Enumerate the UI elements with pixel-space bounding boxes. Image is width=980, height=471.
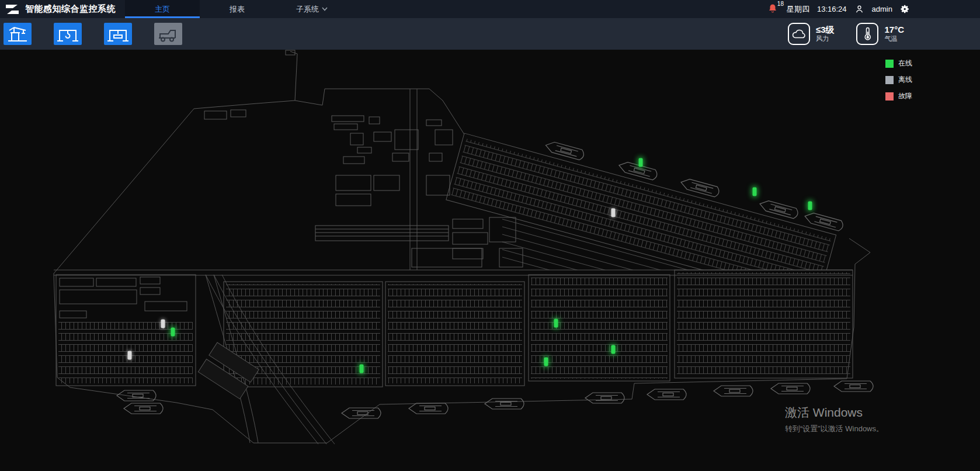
device-marker-layer [0,0,980,471]
thermometer-icon [862,26,873,41]
container-truck-icon [157,25,180,43]
device-marker-online[interactable] [554,319,558,328]
tab-reports[interactable]: 报表 [200,0,274,18]
equipment-filter-buttons [0,23,182,45]
weekday-label: 星期四 [787,4,809,15]
tab-home[interactable]: 主页 [125,0,200,18]
device-marker-offline[interactable] [128,351,132,360]
legend-label-fault: 故障 [898,91,912,101]
temperature-value: 17°C [884,25,904,35]
equipment-toolbar: ≤3级 风力 17°C 气温 [0,18,980,50]
watermark-line2: 转到“设置”以激活 Windows。 [785,424,884,434]
temperature-button[interactable] [856,23,878,45]
user-icon [854,4,864,14]
chevron-down-icon [322,7,328,11]
gantry-crane-spreader-icon [106,25,130,43]
device-marker-online[interactable] [171,328,175,337]
cloud-icon [791,27,807,40]
bell-icon [767,4,778,14]
tab-subsystems-label: 子系统 [296,4,319,15]
windows-activation-watermark: 激活 Windows 转到“设置”以激活 Windows。 [785,404,884,434]
tab-subsystems[interactable]: 子系统 [274,0,349,18]
top-nav-bar: 智能感知综合监控系统 主页 报表 子系统 18 [0,0,980,18]
temperature-label: 气温 [884,35,904,43]
container-truck-filter-button[interactable] [154,23,182,45]
legend-swatch-fault [885,92,894,101]
legend-item-offline: 离线 [885,75,912,85]
brand: 智能感知综合监控系统 [0,3,116,16]
notification-count: 18 [777,1,784,7]
username[interactable]: admin [872,5,892,13]
device-marker-online[interactable] [611,345,616,354]
status-legend: 在线 离线 故障 [885,58,912,101]
device-marker-online[interactable] [544,358,548,366]
device-marker-online[interactable] [639,158,643,167]
weather-widget: ≤3级 风力 17°C 气温 [788,23,980,45]
legend-item-fault: 故障 [885,91,912,101]
device-marker-online[interactable] [360,365,364,373]
clock: 13:16:24 [817,5,847,13]
temperature-readout: 17°C 气温 [884,25,904,43]
legend-label-offline: 离线 [898,75,912,85]
legend-swatch-online [885,60,894,68]
screen: 在线 离线 故障 激活 Windows 转到“设置”以激活 Windows。 智… [0,0,980,471]
legend-item-online: 在线 [885,58,912,68]
topbar-right: 18 星期四 13:16:24 admin [767,4,980,15]
quay-crane-filter-button[interactable] [4,23,32,45]
gantry-crane-hook-filter-button[interactable] [54,23,82,45]
quay-crane-icon [6,25,29,43]
notification-bell[interactable]: 18 [767,4,779,15]
watermark-line1: 激活 Windows [785,404,884,421]
device-marker-online[interactable] [808,202,812,210]
gear-icon[interactable] [900,4,910,14]
app-title: 智能感知综合监控系统 [25,4,116,15]
device-marker-offline[interactable] [611,209,616,217]
tab-reports-label: 报表 [230,4,245,15]
tab-home-label: 主页 [155,4,170,15]
wind-readout: ≤3级 风力 [816,25,835,43]
map-area: 在线 离线 故障 激活 Windows 转到“设置”以激活 Windows。 [0,0,980,471]
device-marker-online[interactable] [753,188,757,196]
legend-swatch-offline [885,76,894,84]
nav-tabs: 主页 报表 子系统 [125,0,349,18]
wind-value: ≤3级 [816,25,835,35]
gantry-crane-spreader-filter-button[interactable] [104,23,132,45]
device-marker-offline[interactable] [161,320,165,328]
wind-label: 风力 [816,35,835,43]
app-logo-icon [5,3,20,16]
wind-button[interactable] [788,23,810,45]
legend-label-online: 在线 [898,58,912,68]
gantry-crane-hook-icon [56,25,79,43]
